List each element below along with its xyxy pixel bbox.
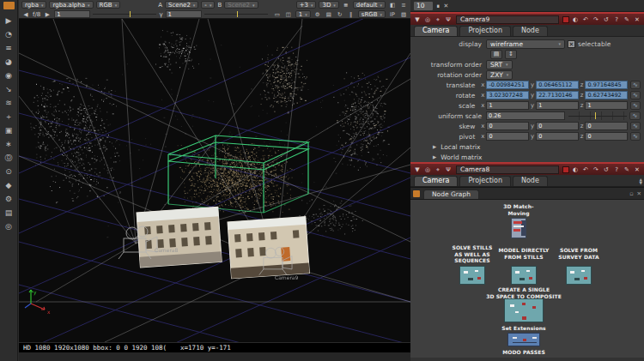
undo-icon[interactable]: ↶ <box>581 166 590 173</box>
channels-dropdown[interactable]: rgba <box>21 1 46 9</box>
expand-triangle-icon[interactable]: ▶ <box>433 144 436 149</box>
close-icon[interactable]: ✕ <box>633 166 641 173</box>
translate-x-field[interactable]: -0.00984251 <box>486 81 529 89</box>
node-graph-canvas[interactable]: 3D Match- Moving SOLVE STILLS AS WELL AS… <box>410 200 644 358</box>
color-wheel-icon[interactable]: ◐ <box>571 16 580 23</box>
redo-icon[interactable]: ↷ <box>592 166 600 173</box>
layers-stack-icon[interactable]: ≣ <box>342 1 350 9</box>
pie-chart-icon[interactable]: ◕ <box>0 55 17 69</box>
anchor-icon[interactable]: Ψ <box>444 16 453 23</box>
input-process-toggle[interactable]: IP <box>388 10 397 18</box>
pivot-x-field[interactable]: 0 <box>486 132 529 141</box>
selectable-checkbox[interactable]: ✕ <box>568 40 575 48</box>
node-name-field[interactable]: Camera8 <box>456 165 559 174</box>
uniform-scale-slider[interactable] <box>568 111 627 120</box>
create-single-node[interactable] <box>504 298 544 322</box>
proxy-level-dropdown[interactable]: 1 <box>295 10 311 18</box>
tab-camera[interactable]: Camera <box>414 26 458 36</box>
import-export-button[interactable]: ↕ <box>505 50 517 59</box>
gain-slider[interactable] <box>93 10 156 18</box>
collapse-icon[interactable]: ▼ <box>413 166 422 173</box>
card-icon[interactable]: ▤ <box>0 206 17 220</box>
help-icon[interactable]: ? <box>612 166 621 173</box>
edit-icon[interactable]: ✎ <box>623 16 631 23</box>
cube-icon[interactable]: ▣ <box>0 123 17 137</box>
node-color-swatch[interactable] <box>562 16 569 23</box>
model-directly-node[interactable] <box>511 266 537 285</box>
expand-triangle-icon[interactable]: ▶ <box>433 154 436 159</box>
gear-icon[interactable]: ⚙ <box>313 10 322 18</box>
gamma-slider[interactable] <box>204 10 268 18</box>
alpha-channel-dropdown[interactable]: rgba.alpha <box>49 1 93 9</box>
draw-icon[interactable]: Ⓓ <box>0 151 17 165</box>
skew-z-field[interactable]: 0 <box>585 122 628 130</box>
gain-field[interactable]: 1 <box>54 10 90 18</box>
tab-camera[interactable]: Camera <box>414 176 458 186</box>
rotate-z-field[interactable]: 0.62743492 <box>585 91 628 99</box>
move-icon[interactable]: ＋ <box>0 110 17 123</box>
rotate-curve-button[interactable]: ∿ <box>630 91 641 99</box>
skew-y-field[interactable]: 0 <box>536 122 579 130</box>
tag-icon[interactable]: ◆ <box>0 178 17 192</box>
menu-icon[interactable]: ≡ <box>0 41 17 55</box>
lut-dropdown[interactable]: default <box>353 1 386 9</box>
center-icon[interactable]: ◎ <box>423 16 432 23</box>
colorspace-dropdown[interactable]: sRGB <box>358 10 386 18</box>
translate-curve-button[interactable]: ∿ <box>630 81 641 89</box>
scale-y-field[interactable]: 1 <box>536 101 579 110</box>
photo-card-1[interactable] <box>137 207 222 267</box>
center-icon[interactable]: ◎ <box>423 166 432 173</box>
local-matrix-row[interactable]: ▶ Local matrix <box>410 141 644 152</box>
scale-curve-button[interactable]: ∿ <box>630 101 641 110</box>
uniform-scale-field[interactable]: 0.26 <box>486 111 565 120</box>
focus-icon[interactable]: ⌖ <box>434 166 442 173</box>
pause-icon[interactable]: ‖ <box>347 10 355 18</box>
pivot-curve-button[interactable]: ∿ <box>630 132 641 141</box>
skew-curve-button[interactable]: ∿ <box>630 122 641 130</box>
tab-projection[interactable]: Projection <box>459 26 511 36</box>
scale-z-field[interactable]: 1 <box>585 101 628 110</box>
edit-icon[interactable]: ✎ <box>623 166 631 173</box>
world-matrix-row[interactable]: ▶ World matrix <box>410 152 644 162</box>
cursor-icon[interactable]: ▶ <box>0 14 17 27</box>
scale-x-field[interactable]: 1 <box>486 101 529 110</box>
clock-icon[interactable]: ◔ <box>0 27 17 41</box>
fstop-next-icon[interactable]: ▶ <box>43 10 52 18</box>
roi-icon[interactable]: ▭ <box>273 10 282 18</box>
gamma-field[interactable]: 1 <box>166 10 202 18</box>
tab-node-graph[interactable]: Node Graph <box>423 190 479 200</box>
clear-panels-icon[interactable]: ✕ <box>443 3 448 9</box>
blend-mode-dropdown[interactable]: - <box>201 1 215 9</box>
node-color-swatch[interactable] <box>562 166 569 173</box>
display-channel-dropdown[interactable]: RGB <box>96 1 121 9</box>
pivot-z-field[interactable]: 0 <box>585 132 628 141</box>
float-pane-icon[interactable]: ▫ <box>629 190 633 197</box>
lock-icon[interactable]: ∎ <box>436 3 440 9</box>
view-mode-dropdown[interactable]: 3D <box>319 1 338 9</box>
revert-icon[interactable]: ↺ <box>602 166 611 173</box>
info-icon[interactable]: ◎ <box>0 220 17 233</box>
pane-menu-icon[interactable] <box>3 2 15 9</box>
scroll-down-icon[interactable]: ▼ <box>640 182 642 185</box>
tab-projection[interactable]: Projection <box>459 176 511 186</box>
refresh-icon[interactable]: ↻ <box>336 10 344 18</box>
uniform-scale-handle[interactable] <box>595 112 596 119</box>
layers-icon[interactable]: ≋ <box>0 96 17 110</box>
file-browse-button[interactable]: ▤ <box>490 50 502 59</box>
uniform-scale-curve-button[interactable]: ∿ <box>629 111 641 120</box>
tab-node[interactable]: Node <box>513 26 548 36</box>
fstop-prev-icon[interactable]: ◀ <box>21 10 30 18</box>
checker-icon[interactable]: ▨ <box>399 10 408 18</box>
skew-x-field[interactable]: 0 <box>486 122 529 130</box>
panel-scroll-arrows[interactable]: ▲ ▼ <box>640 178 642 185</box>
set-extensions-node[interactable] <box>507 333 540 346</box>
anchor-icon[interactable]: Ψ <box>444 166 453 173</box>
node-name-field[interactable]: Camera9 <box>456 15 559 24</box>
translate-y-field[interactable]: 0.06465112 <box>536 81 579 89</box>
focus-icon[interactable]: ⌖ <box>434 16 442 23</box>
max-panels-field[interactable]: 10 <box>414 2 433 10</box>
wrench-icon[interactable]: ⚙ <box>0 192 17 206</box>
undo-icon[interactable]: ↶ <box>581 16 590 23</box>
gamma-slider-handle[interactable] <box>237 11 238 17</box>
gamepad-icon[interactable]: ◧ <box>388 1 397 9</box>
